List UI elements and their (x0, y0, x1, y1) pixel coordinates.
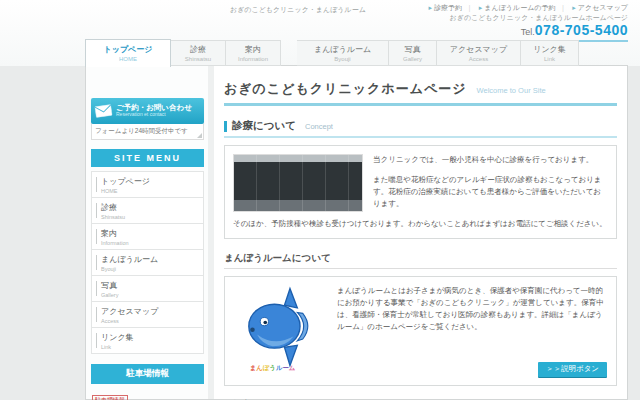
page-title: おぎのこどもクリニックホームページ (224, 80, 467, 98)
tab-access-map[interactable]: アクセスマップ Access (437, 40, 521, 66)
menu-item-sublabel: Gallery (101, 292, 199, 298)
site-name-small: おぎのこどもクリニック・まんぼうルーム (230, 5, 366, 15)
tab-manbou-room[interactable]: まんぼうルーム Byouji (297, 40, 389, 66)
tab-label: アクセスマップ (437, 44, 520, 55)
tab-label: 案内 (226, 44, 280, 55)
tab-links[interactable]: リンク集 Link (521, 40, 579, 66)
sidebar-item-information[interactable]: 案内 Information (91, 224, 204, 250)
tel-prefix: Tel. (521, 27, 535, 37)
sidebar-item-links[interactable]: リンク集 Link (91, 328, 204, 354)
menu-item-label: 案内 (101, 228, 199, 239)
corner-fold-icon (197, 133, 202, 138)
top-utility-links: ▸診療予約｜ ▸まんぼうルームの予約｜ ▸アクセスマップ (425, 3, 628, 13)
envelope-icon (94, 104, 113, 118)
main-column: おぎのこどもクリニックホームページ Welcome to Our Site 診療… (214, 66, 627, 399)
reserve-banner-text: ご予約・お問い合わせ Reservation et contact (116, 104, 192, 118)
tab-sublabel: HOME (86, 56, 170, 62)
sunfish-illustration: まんぼうルーム (233, 285, 325, 371)
page-container: おぎのこどもクリニック・まんぼうルーム ▸診療予約｜ ▸まんぼうルームの予約｜ … (85, 0, 630, 400)
menu-item-sublabel: Byouji (101, 266, 199, 272)
tab-label: 写真 (389, 44, 436, 55)
parking-info-heading[interactable]: 駐車場情報 (91, 364, 204, 384)
link-manbou-room-yoyaku[interactable]: ▸まんぼうルームの予約 (479, 4, 556, 11)
parking-badge: 駐車場情報 (92, 395, 128, 400)
page-title-row: おぎのこどもクリニックホームページ Welcome to Our Site (224, 80, 617, 98)
tab-spacer (281, 40, 297, 66)
sidebar-item-shinryo[interactable]: 診療 Shinsatsu (91, 198, 204, 224)
sidebar-menu: トップページ HOME 診療 Shinsatsu 案内 Information … (91, 171, 204, 354)
menu-item-label: アクセスマップ (101, 306, 199, 317)
tel-number: 078-705-5400 (535, 22, 628, 38)
heading-accent-bar (224, 121, 227, 132)
parking-info-box: 駐車場情報 上の「駐車場情報」ボタンの①③④の駐車場をご利用お願いいたします。 (91, 384, 204, 400)
concept-box: 当クリニックでは、一般小児科を中心に診療を行っております。 また喘息や花粉症など… (224, 145, 617, 239)
manbou-detail-button[interactable]: ＞＞説明ボタン (538, 362, 607, 377)
tab-top-page[interactable]: トップページ HOME (85, 39, 171, 67)
menu-item-sublabel: Information (101, 240, 199, 246)
sidebar-item-access-map[interactable]: アクセスマップ Access (91, 302, 204, 328)
reservation-form-note: フォームより24時間受付中です (91, 124, 204, 140)
concept-paragraph: そのほか、予防接種や検診も受けつけております。わからないことあればまずはお電話に… (233, 218, 608, 230)
section-heading-manbou: まんぼうルームについて (224, 252, 617, 269)
sidebar-item-manbou-room[interactable]: まんぼうルーム Byouji (91, 250, 204, 276)
link-shinryo-yoyaku[interactable]: ▸診療予約 (429, 4, 463, 11)
svg-text:まんぼうルーム: まんぼうルーム (250, 364, 296, 371)
menu-item-sublabel: Access (101, 318, 199, 324)
menu-item-label: リンク集 (101, 332, 199, 343)
arrow-icon: ▸ (429, 4, 433, 11)
menu-item-sublabel: Shinsatsu (101, 214, 199, 220)
tab-shinryo[interactable]: 診療 Shinsatsu (171, 40, 226, 66)
tab-sublabel: Shinsatsu (171, 56, 225, 62)
sidebar: ご予約・お問い合わせ Reservation et contact フォームより… (86, 66, 208, 399)
concept-heading-label: 診療について (232, 119, 296, 133)
reserve-note-text: フォームより24時間受付中です (95, 127, 188, 134)
reserve-banner-subtitle: Reservation et contact (116, 112, 192, 118)
link-separator: ｜ (560, 4, 567, 11)
tab-sublabel: Gallery (389, 56, 436, 62)
tab-sublabel: Byouji (297, 56, 388, 62)
sidebar-item-gallery[interactable]: 写真 Gallery (91, 276, 204, 302)
tab-sublabel: Information (226, 56, 280, 62)
tab-label: リンク集 (521, 44, 578, 55)
arrow-icon: ▸ (479, 4, 483, 11)
tab-label: まんぼうルーム (297, 44, 388, 55)
menu-item-label: トップページ (101, 176, 199, 187)
arrow-icon: ▸ (572, 4, 576, 11)
top-utility-bar: おぎのこどもクリニック・まんぼうルーム ▸診療予約｜ ▸まんぼうルームの予約｜ … (85, 0, 630, 38)
main-navigation: トップページ HOME 診療 Shinsatsu 案内 Information … (85, 38, 630, 66)
menu-item-sublabel: Link (101, 344, 199, 350)
tab-sublabel: Access (437, 56, 520, 62)
title-divider (224, 103, 617, 106)
section-heading-concept: 診療について Concept (224, 119, 617, 138)
link-separator: ｜ (466, 4, 473, 11)
manbou-box: まんぼうルーム まんぼうルームとはお子さまが病気のとき、保護者や保育園に代わって… (224, 276, 617, 386)
clinic-exterior-photo (233, 154, 363, 212)
reservation-contact-banner[interactable]: ご予約・お問い合わせ Reservation et contact (91, 98, 204, 124)
link-access-map[interactable]: ▸アクセスマップ (572, 4, 628, 11)
menu-item-label: 診療 (101, 202, 199, 213)
tab-information[interactable]: 案内 Information (226, 40, 281, 66)
concept-heading-sublabel: Concept (305, 122, 333, 131)
page-title-subtitle: Welcome to Our Site (477, 86, 546, 95)
tab-label: 診療 (171, 44, 225, 55)
tab-gallery[interactable]: 写真 Gallery (389, 40, 437, 66)
menu-item-label: まんぼうルーム (101, 254, 199, 265)
menu-item-sublabel: HOME (101, 188, 199, 194)
content-box: ご予約・お問い合わせ Reservation et contact フォームより… (85, 65, 628, 400)
tab-label: トップページ (86, 44, 170, 55)
tab-sublabel: Link (521, 56, 578, 62)
menu-item-label: 写真 (101, 280, 199, 291)
site-menu-heading: SITE MENU (91, 149, 204, 167)
sidebar-item-top-page[interactable]: トップページ HOME (91, 171, 204, 198)
